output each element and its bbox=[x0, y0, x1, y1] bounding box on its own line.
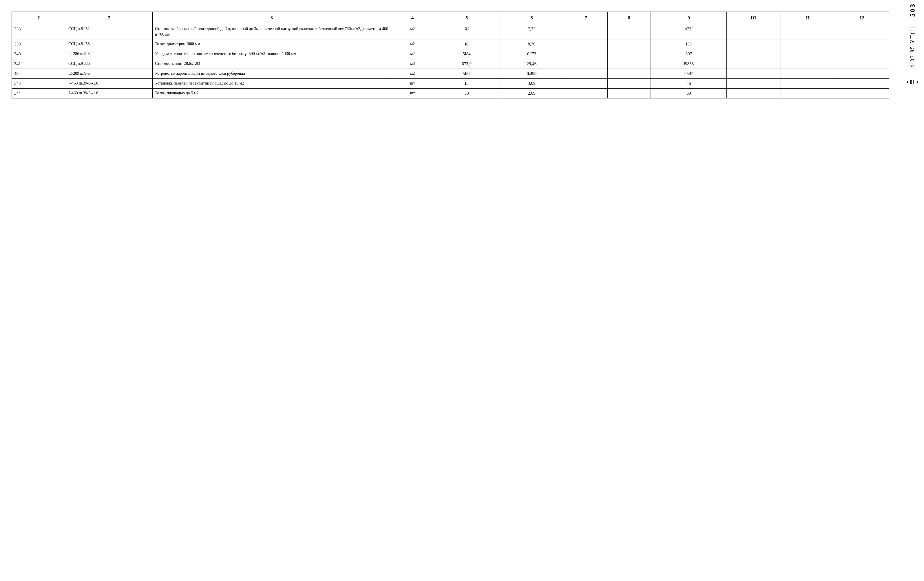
cell-row5-col5: 3,09 bbox=[499, 79, 564, 88]
cell-row3-col6 bbox=[564, 59, 608, 69]
cell-row3-col10 bbox=[780, 59, 835, 69]
cell-row4-col11 bbox=[835, 69, 889, 79]
table-row: 340I2-286 ш.9-3Укладка утеплителя по пли… bbox=[12, 49, 889, 59]
cell-row6-col11 bbox=[835, 88, 889, 98]
main-table: I 2 3 4 5 6 7 8 9 IO II I2 338ССЦ п.8-I5… bbox=[12, 12, 889, 99]
side-bullet-label: • 81 • bbox=[907, 79, 918, 86]
cell-row2-col2: Укладка утеплителя по плитам из ячеистог… bbox=[153, 49, 391, 59]
cell-row6-col1: 7-460 ш.39-5--1.8 bbox=[66, 88, 152, 98]
cell-row0-col8: 473I bbox=[651, 24, 727, 40]
table-row: 432I2-289 ш.9-6Устройство пароизоляции и… bbox=[12, 69, 889, 79]
cell-row6-col5: 2,09 bbox=[499, 88, 564, 98]
cell-row2-col3: м2 bbox=[391, 49, 434, 59]
cell-row6-col4: 30 bbox=[434, 88, 499, 98]
cell-row1-col9 bbox=[727, 39, 781, 49]
side-label-top: 503 bbox=[909, 3, 916, 17]
cell-row4-col0: 432 bbox=[12, 69, 66, 79]
cell-row1-col3: м2 bbox=[391, 39, 434, 49]
cell-row3-col11 bbox=[835, 59, 889, 69]
cell-row0-col9 bbox=[727, 24, 781, 40]
cell-row6-col7 bbox=[607, 88, 651, 98]
cell-row1-col2: То же, диаметром I000 мм bbox=[153, 39, 391, 49]
header-col-2: 2 bbox=[66, 12, 152, 24]
cell-row6-col2: То же, площадью до 5 м2 bbox=[153, 88, 391, 98]
cell-row2-col4: 5I84 bbox=[434, 49, 499, 59]
header-col-10: IO bbox=[727, 12, 781, 24]
cell-row3-col1: ССЦ п.9-332 bbox=[66, 59, 152, 69]
cell-row4-col2: Устройство пароизоляции из одного слоя р… bbox=[153, 69, 391, 79]
header-col-12: I2 bbox=[835, 12, 889, 24]
cell-row5-col4: I5 bbox=[434, 79, 499, 88]
cell-row0-col0: 338 bbox=[12, 24, 66, 40]
cell-row4-col8: 2597 bbox=[651, 69, 727, 79]
cell-row2-col1: I2-286 ш.9-3 bbox=[66, 49, 152, 59]
cell-row0-col7 bbox=[607, 24, 651, 40]
cell-row2-col8: 897 bbox=[651, 49, 727, 59]
header-col-4: 4 bbox=[391, 12, 434, 24]
cell-row6-col9 bbox=[727, 88, 781, 98]
cell-row5-col7 bbox=[607, 79, 651, 88]
cell-row4-col3: м2 bbox=[391, 69, 434, 79]
header-col-3: 3 bbox=[153, 12, 391, 24]
header-col-9: 9 bbox=[651, 12, 727, 24]
table-row: 338ССЦ п.8-I52Стоимость сборных ж/б плит… bbox=[12, 24, 889, 40]
cell-row2-col5: 0,I73 bbox=[499, 49, 564, 59]
header-col-7: 7 bbox=[564, 12, 608, 24]
cell-row5-col2: Установка панелей перекрытий площадью до… bbox=[153, 79, 391, 88]
cell-row0-col2: Стоимость сборных ж/б плит длиной до 7м,… bbox=[153, 24, 391, 40]
cell-row1-col6 bbox=[564, 39, 608, 49]
cell-row4-col9 bbox=[727, 69, 781, 79]
cell-row1-col0: 339 bbox=[12, 39, 66, 49]
header-col-1: I bbox=[12, 12, 66, 24]
cell-row1-col4: I8 bbox=[434, 39, 499, 49]
cell-row4-col4: 5I84 bbox=[434, 69, 499, 79]
header-col-11: II bbox=[780, 12, 835, 24]
cell-row1-col5: 8,76 bbox=[499, 39, 564, 49]
side-dots: • 81 • bbox=[907, 79, 918, 86]
cell-row6-col3: шт bbox=[391, 88, 434, 98]
cell-row1-col11 bbox=[835, 39, 889, 49]
cell-row1-col10 bbox=[780, 39, 835, 49]
table-row: 3447-460 ш.39-5--1.8То же, площадью до 5… bbox=[12, 88, 889, 98]
cell-row0-col1: ССЦ п.8-I52 bbox=[66, 24, 152, 40]
cell-row4-col6 bbox=[564, 69, 608, 79]
cell-row5-col8: 46 bbox=[651, 79, 727, 88]
cell-row5-col6 bbox=[564, 79, 608, 88]
header-col-8: 8 bbox=[607, 12, 651, 24]
cell-row4-col7 bbox=[607, 69, 651, 79]
cell-row5-col0: 343 bbox=[12, 79, 66, 88]
cell-row0-col11 bbox=[835, 24, 889, 40]
table-body: 338ССЦ п.8-I52Стоимость сборных ж/б плит… bbox=[12, 24, 889, 99]
cell-row5-col11 bbox=[835, 79, 889, 88]
cell-row2-col10 bbox=[780, 49, 835, 59]
cell-row3-col9 bbox=[727, 59, 781, 69]
cell-row3-col3: м3 bbox=[391, 59, 434, 69]
cell-row0-col10 bbox=[780, 24, 835, 40]
header-col-5: 5 bbox=[434, 12, 499, 24]
cell-row2-col9 bbox=[727, 49, 781, 59]
table-row: 339ССЦ п.8-I58То же, диаметром I000 ммм2… bbox=[12, 39, 889, 49]
cell-row2-col6 bbox=[564, 49, 608, 59]
cell-row0-col5: 7,73 bbox=[499, 24, 564, 40]
cell-row3-col4: 673,9 bbox=[434, 59, 499, 69]
cell-row6-col0: 344 bbox=[12, 88, 66, 98]
cell-row5-col1: 7-463 ш.39-6--1.8 bbox=[66, 79, 152, 88]
cell-row6-col6 bbox=[564, 88, 608, 98]
cell-row5-col3: шт bbox=[391, 79, 434, 88]
header-col-6: 6 bbox=[499, 12, 564, 24]
cell-row4-col10 bbox=[780, 69, 835, 79]
cell-row5-col9 bbox=[727, 79, 781, 88]
header-row: I 2 3 4 5 6 7 8 9 IO II I2 bbox=[12, 12, 889, 24]
cell-row3-col2: Стоимость плит 28,6х1,93 bbox=[153, 59, 391, 69]
cell-row2-col11 bbox=[835, 49, 889, 59]
cell-row1-col1: ССЦ п.8-I58 bbox=[66, 39, 152, 49]
cell-row0-col4: 6I2 bbox=[434, 24, 499, 40]
cell-row5-col10 bbox=[780, 79, 835, 88]
cell-row4-col1: I2-289 ш.9-6 bbox=[66, 69, 152, 79]
side-label-mid: 4-33.85 УП(1) bbox=[909, 25, 916, 68]
cell-row1-col8: I58 bbox=[651, 39, 727, 49]
cell-row6-col10 bbox=[780, 88, 835, 98]
cell-row1-col7 bbox=[607, 39, 651, 49]
cell-row2-col0: 340 bbox=[12, 49, 66, 59]
page-container: 503 4-33.85 УП(1) • 81 • I 2 3 4 5 6 7 8… bbox=[0, 0, 924, 581]
